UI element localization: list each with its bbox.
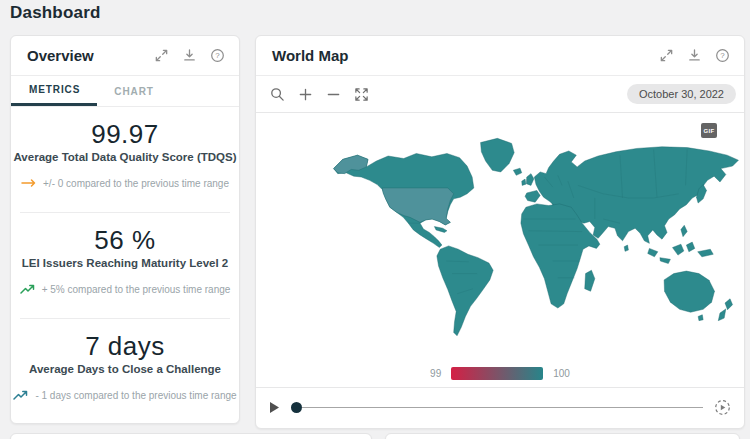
map-region-iberia	[525, 190, 540, 202]
svg-text:?: ?	[215, 51, 220, 60]
map-region-borneo	[673, 244, 684, 255]
map-region-madagascar	[585, 270, 595, 291]
next-row-card-left	[10, 433, 372, 439]
metric-delta: - 1 days compared to the previous time r…	[11, 390, 239, 401]
download-icon[interactable]	[182, 48, 197, 63]
tab-metrics[interactable]: METRICS	[11, 76, 97, 106]
map-region-new-guinea	[698, 249, 714, 257]
help-icon[interactable]: ?	[210, 48, 225, 63]
map-region-sulawesi	[686, 242, 694, 252]
svg-text:?: ?	[720, 51, 725, 60]
map-toolbar: October 30, 2022	[256, 76, 744, 113]
legend-gradient-bar	[451, 367, 543, 380]
metric-label: Average Total Data Quality Score (TDQS)	[11, 151, 239, 163]
metric-delta-text: + 5% compared to the previous time range	[42, 284, 231, 295]
timeline-slider[interactable]	[291, 402, 703, 413]
overview-title: Overview	[27, 47, 154, 64]
map-region-uk	[526, 174, 534, 186]
zoom-in-icon[interactable]	[298, 87, 313, 102]
map-region-tasmania	[698, 315, 703, 321]
map-plot-area[interactable]: GIF	[256, 113, 744, 387]
metric-delta: +/- 0 compared to the previous time rang…	[11, 178, 239, 189]
fullscreen-icon[interactable]	[354, 87, 369, 102]
date-badge[interactable]: October 30, 2022	[627, 84, 736, 104]
trend-flat-icon	[21, 178, 37, 188]
map-region-united-states	[382, 188, 453, 225]
metric-label: LEI Issuers Reaching Maturity Level 2	[11, 257, 239, 269]
play-icon[interactable]	[269, 401, 280, 414]
world-map-card: World Map ? October 30, 2022	[255, 35, 745, 429]
timeline-slider-handle[interactable]	[291, 402, 302, 413]
next-row-card-right	[385, 433, 740, 439]
map-region-sri-lanka	[624, 245, 628, 251]
zoom-out-icon[interactable]	[326, 87, 341, 102]
metric-maturity: 56 % LEI Issuers Reaching Maturity Level…	[11, 213, 239, 318]
metric-label: Average Days to Close a Challenge	[11, 363, 239, 375]
world-map-title: World Map	[272, 47, 659, 64]
map-region-south-america	[437, 246, 493, 336]
help-icon[interactable]: ?	[715, 48, 730, 63]
metric-delta: + 5% compared to the previous time range	[11, 284, 239, 295]
metric-delta-text: +/- 0 compared to the previous time rang…	[43, 178, 229, 189]
metric-value: 7 days	[11, 332, 239, 362]
map-region-greenland	[481, 138, 515, 172]
download-icon[interactable]	[687, 48, 702, 63]
overview-tabs: METRICS CHART	[11, 76, 239, 107]
overview-card: Overview ? METRICS CHART 99.97 Average T…	[10, 35, 240, 424]
expand-icon[interactable]	[659, 48, 674, 63]
metric-challenge: 7 days Average Days to Close a Challenge…	[11, 319, 239, 424]
map-legend: 99 100	[256, 367, 744, 380]
map-region-australia	[664, 271, 714, 312]
world-map-header-icons: ?	[659, 48, 730, 63]
map-region-sumatra	[648, 248, 658, 256]
map-region-caribbean	[434, 227, 447, 233]
map-region-java	[660, 258, 671, 264]
metric-delta-text: - 1 days compared to the previous time r…	[35, 390, 236, 401]
map-region-iceland	[513, 168, 521, 175]
overview-header-icons: ?	[154, 48, 225, 63]
timeline-slider-track[interactable]	[302, 407, 703, 408]
world-choropleth-map[interactable]	[326, 135, 746, 345]
tab-chart[interactable]: CHART	[97, 76, 171, 106]
zoom-search-icon[interactable]	[270, 87, 285, 102]
timeline-player	[256, 387, 744, 427]
trend-up-icon	[13, 390, 29, 401]
map-region-ireland	[522, 179, 526, 185]
replay-speed-icon[interactable]	[714, 399, 731, 416]
overview-header: Overview ?	[11, 36, 239, 76]
map-region-new-zealand	[718, 299, 732, 321]
legend-min-label: 99	[430, 368, 441, 379]
legend-max-label: 100	[553, 368, 570, 379]
metric-tdqs: 99.97 Average Total Data Quality Score (…	[11, 107, 239, 212]
trend-up-icon	[20, 284, 36, 295]
page-title: Dashboard	[10, 3, 101, 23]
map-region-philippines	[681, 225, 687, 236]
expand-icon[interactable]	[154, 48, 169, 63]
metric-value: 99.97	[11, 120, 239, 150]
world-map-header: World Map ?	[256, 36, 744, 76]
metric-value: 56 %	[11, 226, 239, 256]
